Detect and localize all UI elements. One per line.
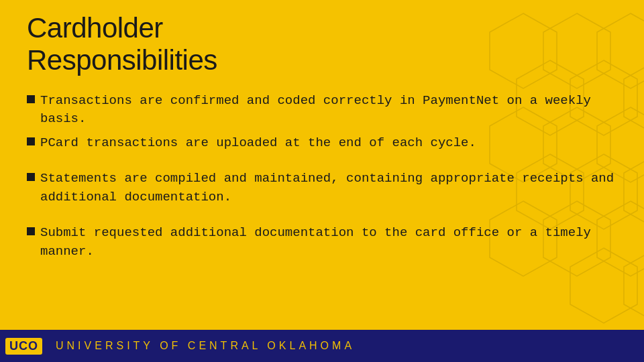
bullet-item-3: Statements are compiled and maintained, … <box>27 170 617 206</box>
bullet-square-4 <box>27 227 35 235</box>
bullet-item-4: Submit requested additional documentatio… <box>27 224 617 261</box>
bullet-text-4: Submit requested additional documentatio… <box>40 224 617 261</box>
bullet-square-3 <box>27 173 35 181</box>
slide-title: Cardholder Responsibilities <box>27 12 617 77</box>
university-name-text: UNIVERSITY OF CENTRAL OKLAHOMA <box>56 340 355 352</box>
bottom-bar: UCO UNIVERSITY OF CENTRAL OKLAHOMA <box>0 330 644 362</box>
bullet-item-1: Transactions are confirmed and coded cor… <box>27 92 617 129</box>
bullet-item-2: PCard transactions are uploaded at the e… <box>27 134 617 153</box>
bullet-list: Transactions are confirmed and coded cor… <box>27 92 617 261</box>
bullet-square-2 <box>27 137 35 145</box>
bullet-square-1 <box>27 95 35 103</box>
bullet-text-1: Transactions are confirmed and coded cor… <box>40 92 617 129</box>
content-area: Cardholder Responsibilities Transactions… <box>0 0 644 261</box>
uco-logo: UCO <box>5 338 42 355</box>
uco-logo-text: UCO <box>5 338 42 355</box>
slide: Cardholder Responsibilities Transactions… <box>0 0 644 362</box>
bullet-text-2: PCard transactions are uploaded at the e… <box>40 134 617 153</box>
bullet-text-3: Statements are compiled and maintained, … <box>40 170 617 206</box>
